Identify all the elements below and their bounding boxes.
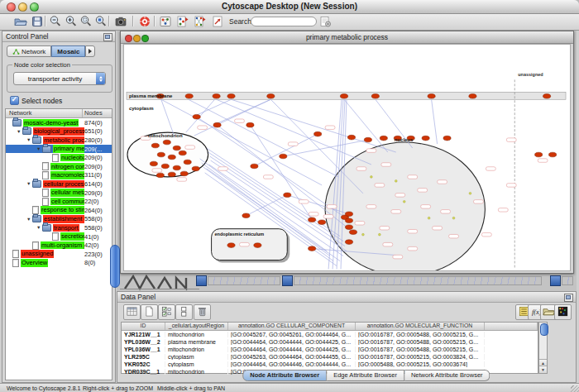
help-icon[interactable] (137, 15, 152, 29)
tree-row[interactable]: multi-organism pro42(0) (6, 241, 112, 250)
tree-row[interactable]: response to stimulu264(0) (6, 206, 112, 215)
network-name[interactable]: Overview (21, 259, 48, 267)
table-cell[interactable]: YKR052C (122, 361, 165, 367)
node-label[interactable] (506, 184, 516, 187)
network-node[interactable] (309, 218, 316, 222)
network-name[interactable]: biological_process (33, 127, 84, 136)
table-scrollbar[interactable]: ▲ ▼ (538, 322, 548, 374)
table-cell[interactable]: [GO:0016787, GO:0005488, GO:0005215, G..… (356, 339, 485, 345)
table-cell[interactable]: plasma membrane (165, 339, 228, 345)
table-cell[interactable]: [GO:0045263, GO:0044464, GO:0044455, G..… (228, 354, 356, 360)
network-node[interactable] (163, 140, 170, 145)
attribute-matrix-icon[interactable] (554, 304, 572, 320)
network-node[interactable] (180, 171, 188, 176)
search-input[interactable] (251, 17, 317, 26)
expand-arrow-icon[interactable]: ▼ (36, 223, 42, 232)
tab-network[interactable]: Network (7, 45, 51, 57)
column-header[interactable]: annotation.GO CELLULAR_COMPONENT (228, 323, 356, 330)
zoom-fit-icon[interactable] (79, 15, 93, 29)
table-cell[interactable]: mitochondrion (165, 369, 228, 375)
table-cell[interactable]: mitochondrion (165, 332, 228, 337)
node-label[interactable] (506, 138, 516, 141)
table-cell[interactable]: [GO:0005488, GO:0005215, GO:0003674] (356, 361, 485, 367)
table-cell[interactable]: cytoplasm (165, 354, 228, 360)
network-node[interactable] (173, 165, 180, 170)
network-node[interactable] (173, 146, 180, 151)
expand-arrow-icon[interactable]: ▼ (26, 136, 32, 144)
node-label[interactable] (185, 146, 195, 149)
network-node[interactable] (347, 135, 355, 140)
small-node[interactable] (362, 233, 365, 236)
tree-row[interactable]: ▼primary metabo209(... (6, 145, 112, 154)
small-node[interactable] (378, 233, 380, 236)
network-view-titlebar[interactable]: primary metabolic process (121, 31, 573, 44)
small-node[interactable] (370, 176, 372, 179)
network-node[interactable] (543, 93, 551, 98)
network-edge[interactable] (232, 99, 396, 152)
zoom-selected-icon[interactable] (93, 15, 108, 29)
annotate-icon[interactable] (210, 15, 225, 29)
background-window-strip[interactable] (208, 276, 280, 285)
node-label[interactable] (366, 149, 376, 152)
network-node[interactable] (371, 93, 379, 98)
node-label[interactable] (433, 226, 443, 229)
network-node[interactable] (380, 136, 387, 141)
table-cell[interactable]: YDR039C__1 (122, 369, 165, 375)
network-edge[interactable] (189, 99, 338, 177)
network-node[interactable] (213, 122, 221, 127)
node-label[interactable] (391, 210, 401, 213)
save-icon[interactable] (30, 15, 45, 29)
tree-column-nodes[interactable]: Nodes (83, 109, 112, 117)
network-node[interactable] (161, 164, 169, 169)
node-label[interactable] (538, 159, 548, 162)
small-node[interactable] (403, 200, 405, 203)
new-attribute-icon[interactable] (141, 304, 158, 320)
small-node[interactable] (452, 217, 455, 219)
network-name[interactable]: establishment of lo (43, 215, 84, 223)
layout-edges-icon[interactable] (192, 15, 207, 29)
vertical-scrollbar-thumb[interactable] (110, 245, 120, 288)
expand-arrow-icon[interactable]: ▼ (36, 145, 42, 153)
network-edge[interactable] (161, 99, 174, 134)
network-node[interactable] (150, 161, 157, 166)
table-cell[interactable]: cytoplasm (165, 361, 228, 367)
column-header[interactable]: _cellularLayoutRegion (165, 323, 228, 330)
node-label[interactable] (481, 232, 491, 236)
table-cell[interactable]: [GO:0044464, GO:0044444, GO:0044425, G..… (228, 347, 356, 352)
expand-arrow-icon[interactable]: ▼ (26, 179, 32, 188)
node-label[interactable] (263, 175, 273, 179)
network-name[interactable]: transport (53, 224, 79, 232)
network-node[interactable] (422, 136, 429, 141)
node-label[interactable] (441, 210, 451, 213)
select-attributes-icon[interactable] (158, 304, 175, 320)
network-node[interactable] (185, 93, 193, 98)
column-header[interactable]: ID (122, 323, 165, 330)
network-canvas[interactable]: plasma membrane cytoplasm mitochondrion … (123, 44, 571, 271)
network-node[interactable] (246, 122, 254, 127)
attribute-table-icon[interactable] (123, 304, 141, 320)
tree-row[interactable]: nucleobase-209(0) (6, 153, 112, 162)
network-node[interactable] (318, 220, 326, 225)
tree-row[interactable]: cell communicat22(0) (6, 197, 112, 206)
tree-row[interactable]: ▼biological_process651(0) (6, 127, 112, 136)
network-name[interactable]: primary metabo (53, 145, 84, 153)
table-cell[interactable]: mitochondrion (165, 347, 228, 352)
tree-row[interactable]: ▼cellular process614(0) (6, 179, 112, 189)
node-label[interactable] (152, 169, 162, 172)
node-label[interactable] (408, 175, 418, 179)
node-label[interactable] (323, 215, 333, 218)
node-label[interactable] (498, 208, 508, 212)
tree-column-network[interactable]: Network (6, 109, 83, 117)
float-panel-icon[interactable] (103, 33, 112, 41)
tab-overflow-button[interactable] (85, 45, 95, 57)
zoom-in-icon[interactable] (64, 15, 79, 29)
tab-node-attribute-browser[interactable]: Node Attribute Browser (242, 370, 327, 381)
table-cell[interactable]: [GO:0045267, GO:0045261, GO:0044464, G..… (228, 332, 356, 337)
node-label[interactable] (486, 167, 495, 170)
network-node[interactable] (548, 152, 556, 157)
network-name[interactable]: unassigned (21, 250, 54, 258)
tree-row[interactable]: ▼transport558(0) (6, 223, 112, 232)
network-node[interactable] (156, 173, 164, 178)
network-name[interactable]: multi-organism pro (41, 241, 84, 250)
node-color-select[interactable]: transporter activity (13, 72, 106, 85)
